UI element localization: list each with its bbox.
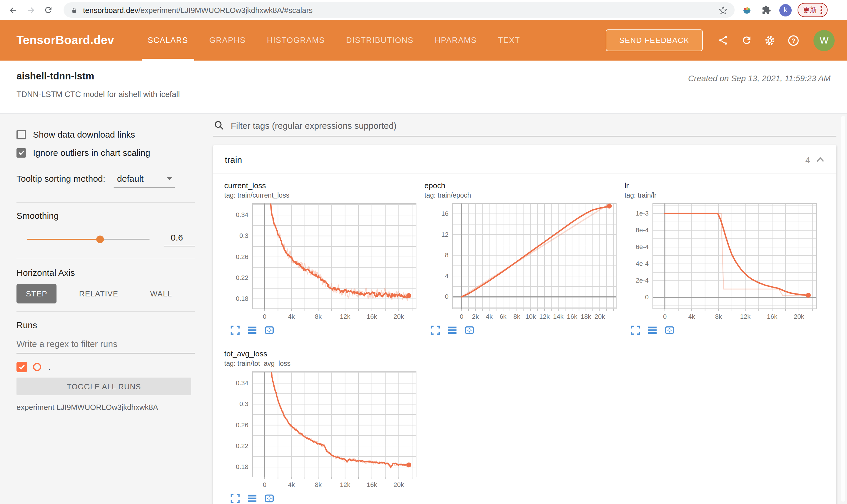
expand-chart-icon[interactable]: [230, 493, 240, 503]
chrome-profile-avatar[interactable]: k: [779, 4, 792, 16]
reload-button[interactable]: [41, 3, 55, 17]
share-button[interactable]: [716, 33, 730, 47]
help-button[interactable]: ?: [786, 33, 800, 47]
svg-text:0.26: 0.26: [236, 421, 248, 429]
axis-step-button[interactable]: STEP: [16, 284, 57, 304]
axis-wall-button[interactable]: WALL: [141, 284, 182, 304]
tab-graphs[interactable]: GRAPHS: [203, 20, 252, 60]
expand-chart-icon[interactable]: [630, 325, 640, 335]
smoothing-value-field[interactable]: 0.6: [163, 232, 195, 247]
svg-text:0: 0: [263, 481, 266, 488]
tab-hparams[interactable]: HPARAMS: [429, 20, 483, 60]
check-icon: [18, 149, 24, 156]
fit-domain-icon[interactable]: [264, 325, 274, 335]
tot-avg-loss-plot[interactable]: 04k8k12k16k20k0.180.220.260.30.34: [224, 369, 418, 490]
svg-text:4k: 4k: [688, 313, 695, 320]
chart-title: lr: [624, 181, 819, 190]
sidebar-general-section: Show data download links Ignore outliers…: [16, 113, 195, 203]
fit-domain-icon[interactable]: [664, 325, 675, 335]
svg-text:?: ?: [791, 37, 795, 44]
show-download-row[interactable]: Show data download links: [16, 129, 195, 139]
epoch-plot[interactable]: 02k4k6k8k10k12k14k16k18k20k0481216: [425, 201, 619, 322]
runs-label: Runs: [16, 320, 195, 330]
svg-text:6e-4: 6e-4: [636, 243, 649, 251]
run-name: .: [48, 363, 50, 372]
run-color-swatch[interactable]: [33, 363, 41, 371]
tab-text[interactable]: TEXT: [492, 20, 526, 60]
svg-text:0.26: 0.26: [236, 253, 248, 260]
chart-tag: tag: train/lr: [624, 192, 819, 199]
page-body: Show data download links Ignore outliers…: [0, 113, 847, 504]
update-button[interactable]: 更新: [798, 3, 828, 17]
experiment-title: aishell-tdnn-lstm: [16, 71, 180, 82]
search-icon: [214, 121, 224, 130]
lock-icon: [71, 6, 78, 14]
svg-text:0.22: 0.22: [236, 442, 248, 450]
tab-scalars[interactable]: SCALARS: [142, 20, 194, 60]
svg-text:4k: 4k: [288, 313, 295, 320]
toggle-all-runs-button[interactable]: TOGGLE ALL RUNS: [16, 378, 191, 395]
extension-bowl-button[interactable]: [740, 3, 754, 17]
ignore-outliers-label: Ignore outliers in chart scaling: [33, 148, 150, 158]
chart-tag: tag: train/tot_avg_loss: [224, 360, 418, 367]
train-section-header[interactable]: train 4: [213, 145, 836, 174]
main-content: Filter tags (regular expressions support…: [205, 113, 847, 504]
tooltip-sorting-row: Tooltip sorting method: default: [16, 174, 195, 189]
svg-text:16: 16: [442, 210, 449, 217]
svg-text:8k: 8k: [715, 313, 722, 320]
svg-text:0: 0: [645, 293, 649, 301]
svg-text:8k: 8k: [514, 313, 521, 320]
tab-distributions[interactable]: DISTRIBUTIONS: [340, 20, 419, 60]
svg-text:0.3: 0.3: [239, 232, 248, 239]
back-button[interactable]: [6, 3, 20, 17]
experiment-header: aishell-tdnn-lstm TDNN-LSTM CTC model fo…: [0, 60, 847, 113]
ignore-outliers-checkbox[interactable]: [16, 148, 26, 157]
puzzle-icon: [762, 5, 771, 15]
app-root: tensorboard.dev/experiment/LJI9MWUORLOw3…: [0, 0, 847, 504]
ignore-outliers-row[interactable]: Ignore outliers in chart scaling: [16, 148, 195, 158]
address-bar[interactable]: tensorboard.dev/experiment/LJI9MWUORLOw3…: [64, 2, 734, 18]
show-download-checkbox[interactable]: [16, 130, 26, 139]
expand-chart-icon[interactable]: [430, 325, 440, 335]
svg-text:0.18: 0.18: [236, 463, 248, 470]
extensions-button[interactable]: [759, 3, 774, 17]
toggle-y-axis-icon[interactable]: [447, 325, 457, 335]
toggle-y-axis-icon[interactable]: [647, 325, 657, 335]
user-avatar[interactable]: W: [813, 30, 835, 51]
forward-icon: [25, 5, 36, 15]
fit-domain-icon[interactable]: [264, 493, 274, 503]
chart-actions: [224, 493, 418, 503]
svg-text:0: 0: [263, 313, 266, 320]
chart-lr: lr tag: train/lr 04k8k12k16k20k02e-44e-4…: [624, 181, 819, 335]
smoothing-slider[interactable]: [27, 239, 150, 240]
settings-button[interactable]: [763, 33, 777, 47]
forward-button[interactable]: [23, 3, 38, 17]
svg-text:16k: 16k: [367, 481, 377, 488]
tab-histograms[interactable]: HISTOGRAMS: [261, 20, 331, 60]
collapse-button[interactable]: [816, 157, 825, 163]
toggle-y-axis-icon[interactable]: [247, 325, 257, 335]
svg-text:8: 8: [445, 251, 449, 259]
slider-thumb[interactable]: [96, 236, 104, 243]
expand-chart-icon[interactable]: [230, 325, 240, 335]
current-loss-plot[interactable]: 04k8k12k16k20k0.180.220.260.30.34: [224, 201, 418, 322]
scrollbar[interactable]: [841, 116, 845, 502]
section-count: 4: [805, 155, 810, 164]
filter-tags-input[interactable]: Filter tags (regular expressions support…: [213, 113, 836, 137]
bookmark-button[interactable]: [719, 5, 727, 14]
svg-text:4k: 4k: [288, 481, 295, 488]
fit-domain-icon[interactable]: [464, 325, 474, 335]
tooltip-sorting-select[interactable]: default: [114, 174, 175, 187]
chart-tag: tag: train/epoch: [425, 192, 619, 199]
run-checkbox[interactable]: [16, 362, 27, 372]
share-icon: [717, 35, 728, 46]
toggle-y-axis-icon[interactable]: [247, 493, 257, 503]
send-feedback-button[interactable]: SEND FEEDBACK: [606, 30, 703, 51]
svg-text:2e-4: 2e-4: [636, 277, 649, 284]
lr-plot[interactable]: 04k8k12k16k20k02e-44e-46e-48e-41e-3: [624, 201, 819, 322]
axis-relative-button[interactable]: RELATIVE: [70, 284, 128, 304]
refresh-button[interactable]: [739, 33, 754, 47]
runs-filter-input[interactable]: Write a regex to filter runs: [16, 339, 195, 354]
app-logo[interactable]: TensorBoard.dev: [16, 34, 114, 47]
check-icon: [18, 363, 25, 371]
